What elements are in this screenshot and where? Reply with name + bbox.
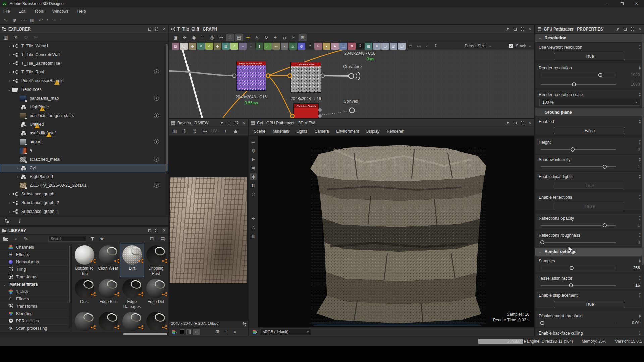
- add-folder-icon[interactable]: [2, 235, 9, 242]
- float-icon[interactable]: [155, 228, 159, 233]
- edit-pencil-icon[interactable]: ✎: [22, 235, 30, 242]
- pin-icon[interactable]: [615, 27, 620, 31]
- categories-scrollbar[interactable]: [69, 245, 71, 329]
- row-options-icon[interactable]: ≡▾: [639, 140, 641, 144]
- node-type-10[interactable]: ⠿: [247, 43, 255, 50]
- monitor-icon[interactable]: ▭: [193, 329, 200, 335]
- node-type-22[interactable]: ⚗: [348, 43, 356, 50]
- chart-icon[interactable]: ▥: [250, 233, 257, 239]
- shelf-item-edge-dirt[interactable]: Edge Dirt: [144, 277, 168, 310]
- node-type-13[interactable]: ⊷: [272, 43, 280, 50]
- slider[interactable]: [541, 149, 616, 150]
- route-icon[interactable]: ↳: [253, 34, 261, 41]
- slider[interactable]: [541, 166, 616, 167]
- undo-icon[interactable]: ↶: [37, 16, 44, 24]
- export-link-icon[interactable]: ⊶: [217, 34, 225, 41]
- node-type-28[interactable]: ❑: [398, 43, 406, 50]
- gradient-swatch[interactable]: [186, 329, 191, 334]
- float-icon[interactable]: [155, 27, 159, 31]
- node-type-25[interactable]: ⋇: [373, 43, 381, 50]
- info-badge[interactable]: i: [154, 96, 159, 101]
- view3d-menu-materials[interactable]: Materials: [273, 129, 289, 134]
- library-category-effects[interactable]: ✳Effects: [0, 251, 71, 258]
- row-options-icon[interactable]: ≡▾: [639, 175, 641, 179]
- node-type-23[interactable]: ⁑: [356, 43, 364, 50]
- shelf-item-partial[interactable]: [144, 310, 168, 331]
- chevron-right-icon[interactable]: ›: [7, 70, 11, 74]
- split-icon[interactable]: ◧: [250, 182, 257, 188]
- toggle-button[interactable]: True: [554, 301, 625, 308]
- explorer-item-asdfsdffafasdf[interactable]: asdfsdffafasdf!: [0, 129, 168, 137]
- uv-dropdown[interactable]: UV▾: [211, 129, 219, 133]
- play-icon[interactable]: ▶: [250, 156, 257, 162]
- view3d-menu-renderer[interactable]: Renderer: [387, 129, 404, 134]
- library-category-scan-processing[interactable]: ✲Scan processing: [0, 325, 71, 332]
- node-type-15[interactable]: △: [289, 43, 297, 50]
- node-type-20[interactable]: A: [331, 43, 339, 50]
- dock-icon[interactable]: [147, 228, 152, 233]
- chevron-right-icon[interactable]: ›: [7, 192, 11, 196]
- info-icon[interactable]: i: [199, 34, 207, 41]
- info-badge[interactable]: i: [154, 183, 159, 188]
- library-category-blending[interactable]: Blending: [0, 310, 71, 317]
- node-type-3[interactable]: ◆: [189, 43, 196, 50]
- chevron-right-icon[interactable]: ›: [7, 44, 11, 48]
- explorer-item-bonifacio_aragon_stairs[interactable]: bonifacio_aragon_stairsi: [0, 111, 168, 120]
- menu-help[interactable]: Help: [77, 9, 86, 14]
- close-panel-icon[interactable]: ✕: [241, 121, 246, 125]
- section-ground-plane[interactable]: ⌄Ground plane: [535, 108, 644, 116]
- info-badge[interactable]: i: [154, 157, 159, 162]
- explorer-item-airport[interactable]: airporti: [0, 137, 168, 146]
- link-icon[interactable]: ⊶: [201, 127, 209, 135]
- grid-snap-icon[interactable]: ⊞: [299, 34, 307, 41]
- close-panel-icon[interactable]: ✕: [528, 121, 532, 125]
- slider-value[interactable]: 16: [626, 283, 641, 288]
- slider-value[interactable]: 1: [626, 223, 641, 228]
- rendered-mesh[interactable]: [304, 142, 491, 327]
- node-type-26[interactable]: ▢: [381, 43, 389, 50]
- view3d-menu-scene[interactable]: Scene: [254, 129, 265, 134]
- tools-icon[interactable]: ✦: [271, 34, 279, 41]
- float-icon[interactable]: [520, 121, 525, 125]
- axis-icon[interactable]: △: [250, 224, 257, 230]
- close-panel-icon[interactable]: ✕: [162, 228, 166, 233]
- chevron-right-icon[interactable]: ›: [7, 53, 11, 57]
- colorspace-dropdown[interactable]: sRGB (default)▾: [261, 329, 311, 335]
- slider-value[interactable]: 1920: [626, 73, 641, 77]
- refresh-icon[interactable]: ↻: [22, 34, 30, 41]
- slider-knob[interactable]: [570, 266, 574, 270]
- explorer-item-Substance_graph[interactable]: ›Substance_graph: [0, 190, 168, 198]
- slider-knob[interactable]: [540, 321, 544, 325]
- close-button[interactable]: ✕: [629, 0, 644, 7]
- pin-icon[interactable]: [219, 121, 224, 125]
- select-add-icon[interactable]: ↖: [2, 16, 9, 24]
- node-type-14[interactable]: ◐: [281, 43, 288, 50]
- black-swatch[interactable]: [180, 329, 184, 334]
- dock-icon[interactable]: [513, 27, 517, 31]
- explorer-item-Resources[interactable]: ⌄Resources: [0, 85, 168, 94]
- dock-icon[interactable]: [623, 27, 627, 31]
- chevron-right-icon[interactable]: ›: [15, 175, 19, 179]
- menu-windows[interactable]: Windows: [52, 9, 69, 14]
- node-height-to-normal[interactable]: Height to Normal World... 2048x2048 - C1…: [236, 61, 267, 105]
- explorer-item-T_Tile_Roof[interactable]: ›T_Tile_Roofi: [0, 68, 168, 76]
- clean-icon[interactable]: ✄: [289, 34, 298, 41]
- node-type-11[interactable]: ▮: [256, 43, 263, 50]
- node-type-7[interactable]: ▦: [222, 43, 230, 50]
- export-icon[interactable]: ⇪: [191, 127, 199, 135]
- shelf-item-cloth-wear[interactable]: Cloth Wear: [96, 244, 120, 277]
- chevron-right-icon[interactable]: ›: [7, 61, 11, 65]
- node-tree-icon[interactable]: [241, 320, 248, 327]
- slider-knob[interactable]: [571, 147, 575, 152]
- graph-canvas[interactable]: Height to Normal World... 2048x2048 - C1…: [169, 50, 534, 118]
- row-options-icon[interactable]: ≡▾: [639, 195, 641, 199]
- pin-node-icon[interactable]: ↧: [432, 43, 439, 50]
- row-options-icon[interactable]: ≡▾: [639, 314, 641, 318]
- more-icon[interactable]: »: [231, 329, 238, 335]
- node-type-21[interactable]: ⬚: [339, 43, 347, 50]
- dock-icon[interactable]: [513, 121, 517, 125]
- pan-icon[interactable]: ✛: [181, 34, 189, 41]
- toggle-button[interactable]: True: [554, 182, 625, 189]
- section-render-settings[interactable]: ⌄Render settings: [535, 248, 644, 256]
- info-badge[interactable]: i: [154, 69, 159, 74]
